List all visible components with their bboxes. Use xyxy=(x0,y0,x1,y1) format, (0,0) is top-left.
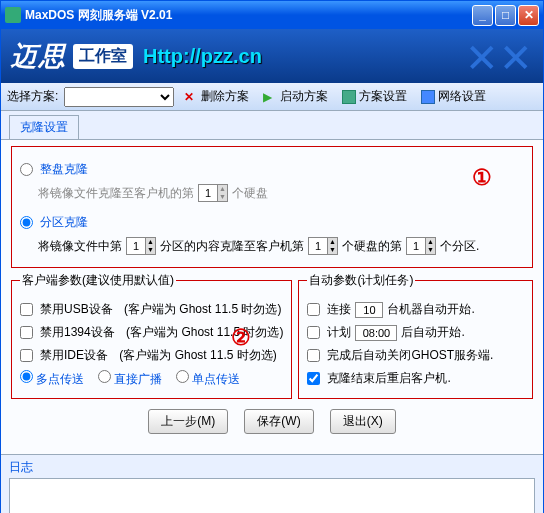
disable-1394-check[interactable] xyxy=(20,326,33,339)
exit-button[interactable]: 退出(X) xyxy=(330,409,396,434)
banner-logo: 迈思 xyxy=(11,39,67,74)
full-disk-radio[interactable] xyxy=(20,163,33,176)
full-text-post: 个硬盘 xyxy=(232,185,268,202)
partition-radio[interactable] xyxy=(20,216,33,229)
full-disk-label: 整盘克隆 xyxy=(40,161,88,178)
scheme-settings-button[interactable]: 方案设置 xyxy=(338,86,411,107)
auto-plan-check[interactable] xyxy=(307,326,320,339)
titlebar: MaxDOS 网刻服务端 V2.01 _ □ ✕ xyxy=(1,1,543,29)
partition-label: 分区克隆 xyxy=(40,214,88,231)
multicast-radio[interactable] xyxy=(20,370,33,383)
scheme-select[interactable] xyxy=(64,87,174,107)
dst-partition-spinner[interactable]: ▲▼ xyxy=(406,237,436,255)
start-scheme-button[interactable]: ▶ 启动方案 xyxy=(259,86,332,107)
minimize-button[interactable]: _ xyxy=(472,5,493,26)
banner-decoration: ✕✕ xyxy=(465,35,533,81)
disable-ide-check[interactable] xyxy=(20,349,33,362)
banner-url: Http://pzz.cn xyxy=(143,45,262,68)
log-body xyxy=(9,478,535,513)
full-disk-spinner[interactable]: ▲▼ xyxy=(198,184,228,202)
close-ghost-check[interactable] xyxy=(307,349,320,362)
tab-bar: 克隆设置 xyxy=(1,111,543,140)
app-icon xyxy=(5,7,21,23)
log-section: 日志 xyxy=(1,454,543,513)
clone-mode-group: ① 整盘克隆 将镜像文件克隆至客户机的第 ▲▼ 个硬盘 分区克隆 将镜像文件中第… xyxy=(11,146,533,268)
src-partition-spinner[interactable]: ▲▼ xyxy=(126,237,156,255)
maximize-button[interactable]: □ xyxy=(495,5,516,26)
network-icon xyxy=(421,90,435,104)
unicast-radio[interactable] xyxy=(176,370,189,383)
delete-scheme-button[interactable]: ✕ 删除方案 xyxy=(180,86,253,107)
save-button[interactable]: 保存(W) xyxy=(244,409,313,434)
annotation-1: ① xyxy=(472,165,492,191)
prev-button[interactable]: 上一步(M) xyxy=(148,409,228,434)
broadcast-radio[interactable] xyxy=(98,370,111,383)
window-title: MaxDOS 网刻服务端 V2.01 xyxy=(25,7,472,24)
banner-studio: 工作室 xyxy=(73,44,133,69)
close-button[interactable]: ✕ xyxy=(518,5,539,26)
settings-icon xyxy=(342,90,356,104)
dst-disk-spinner[interactable]: ▲▼ xyxy=(308,237,338,255)
network-settings-button[interactable]: 网络设置 xyxy=(417,86,490,107)
plan-time-input[interactable] xyxy=(355,325,397,341)
client-legend: 客户端参数(建议使用默认值) xyxy=(20,272,176,289)
delete-icon: ✕ xyxy=(184,90,198,104)
auto-connect-check[interactable] xyxy=(307,303,320,316)
auto-params-group: 自动参数(计划任务) 连接台机器自动开始. 计划后自动开始. 完成后自动关闭GH… xyxy=(298,272,533,399)
auto-legend: 自动参数(计划任务) xyxy=(307,272,415,289)
tab-clone-settings[interactable]: 克隆设置 xyxy=(9,115,79,139)
connect-count-input[interactable] xyxy=(355,302,383,318)
scheme-label: 选择方案: xyxy=(7,88,58,105)
reboot-client-check[interactable] xyxy=(307,372,320,385)
client-params-group: 客户端参数(建议使用默认值) ② 禁用USB设备 (客户端为 Ghost 11.… xyxy=(11,272,292,399)
up-arrow-icon[interactable]: ▲ xyxy=(217,185,227,193)
disable-usb-check[interactable] xyxy=(20,303,33,316)
log-label: 日志 xyxy=(9,460,33,474)
banner: 迈思 工作室 Http://pzz.cn ✕✕ xyxy=(1,29,543,83)
toolbar: 选择方案: ✕ 删除方案 ▶ 启动方案 方案设置 网络设置 xyxy=(1,83,543,111)
play-icon: ▶ xyxy=(263,90,277,104)
down-arrow-icon[interactable]: ▼ xyxy=(217,193,227,201)
annotation-2: ② xyxy=(231,325,251,351)
full-text-pre: 将镜像文件克隆至客户机的第 xyxy=(38,185,194,202)
